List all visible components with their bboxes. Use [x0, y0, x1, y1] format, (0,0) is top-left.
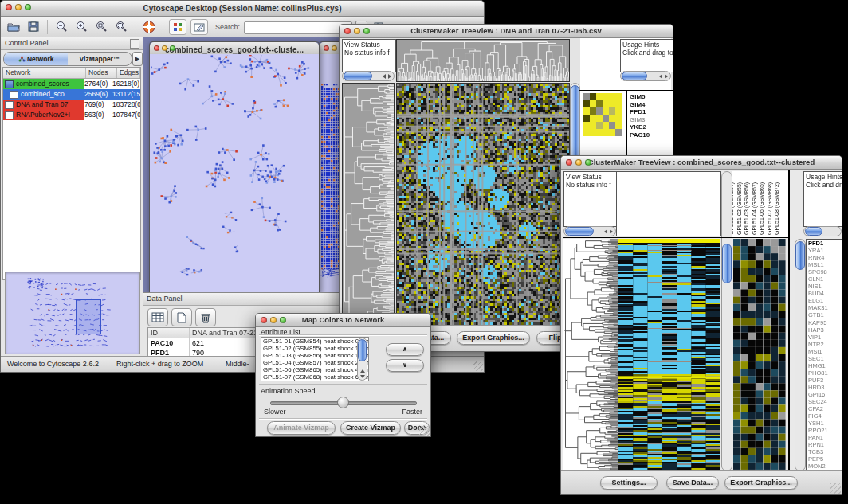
gene-label[interactable]: YSH1	[807, 420, 842, 427]
move-down-button[interactable]: ∨	[386, 359, 424, 372]
minimize-button[interactable]	[162, 45, 167, 51]
gene-label[interactable]: SEC24	[807, 398, 842, 405]
main-titlebar[interactable]: Cytoscape Desktop (Session Name: collins…	[1, 1, 484, 17]
gene-label[interactable]: PAN1	[807, 434, 842, 441]
resize-grip[interactable]	[419, 425, 430, 436]
gene-label[interactable]: RNR4	[807, 254, 842, 261]
save-icon[interactable]	[26, 20, 41, 34]
tab-network[interactable]: Network	[4, 53, 68, 65]
network-view-1[interactable]	[150, 54, 319, 292]
gene-label[interactable]: GPI16	[807, 391, 842, 398]
attribute-list-item[interactable]: GPL51-07 (GSM868) heat shock 60 min	[261, 373, 368, 381]
zoom-button[interactable]	[25, 4, 31, 10]
col-nodes[interactable]: Nodes	[86, 68, 117, 78]
gene-label[interactable]: RPO21	[807, 427, 842, 434]
gene-label[interactable]: MSL1	[807, 261, 842, 268]
global-heatmap[interactable]	[396, 83, 570, 327]
zoom-heatmap[interactable]	[733, 239, 786, 470]
gene-label[interactable]: FIG4	[807, 412, 842, 420]
close-button[interactable]	[344, 28, 351, 34]
gene-label[interactable]: SEC1	[807, 355, 842, 362]
column-label[interactable]: GPL51-02 (GSM855)	[736, 182, 742, 235]
gene-list[interactable]: PFD1YRA1RNR4MSL1SPC98CLN1NIS1BUD4ELG1MAK…	[806, 239, 842, 471]
network-list-item[interactable]: RNAPuberNov2+I563(0)107847(0)	[3, 110, 140, 120]
annotation-icon[interactable]	[190, 19, 208, 35]
search-input[interactable]	[244, 21, 352, 34]
export-graphics-button[interactable]: Export Graphics...	[724, 476, 798, 490]
attribute-list[interactable]: GPL51-01 (GSM854) heat shock 05 minGPL51…	[261, 337, 369, 381]
gene-label[interactable]: VIP1	[807, 334, 842, 341]
attribute-list-vscrollbar[interactable]	[357, 338, 367, 381]
gene-label[interactable]: GTB1	[807, 311, 842, 318]
attribute-list-item[interactable]: GPL51-02 (GSM855) heat shock 10 min	[261, 345, 368, 352]
usage-hints-hscrollbar[interactable]	[803, 226, 842, 236]
gene-label[interactable]: PHO81	[807, 369, 842, 377]
birdseye-viewport-rect[interactable]	[76, 299, 101, 334]
treeview1-titlebar[interactable]: ClusterMaker TreeView : DNA and Tran 07-…	[340, 25, 673, 38]
column-label[interactable]: GPL51-06 (GSM865)	[759, 182, 764, 235]
minimize-button[interactable]	[15, 4, 22, 10]
gene-label[interactable]: MAK31	[807, 304, 842, 311]
column-label[interactable]: GPL51-08 (GSM872)	[774, 182, 779, 235]
usage-hints-hscrollbar[interactable]	[620, 71, 671, 81]
gene-label[interactable]: NTR2	[807, 341, 842, 348]
matrix-gene-label[interactable]: YKE2	[630, 123, 671, 131]
dialog-titlebar[interactable]: Map Colors to Network	[256, 314, 430, 327]
correlation-matrix[interactable]	[583, 93, 622, 136]
network-list-item[interactable]: combined_sco2569(6)13112(15)	[3, 89, 140, 100]
matrix-gene-label[interactable]: GIM3	[630, 116, 671, 124]
animate-vizmap-button[interactable]: Animate Vizmap	[267, 421, 336, 435]
network-list-item[interactable]: combined_scores2764(0)16218(0)	[3, 79, 140, 89]
tab-vizmapper[interactable]: VizMapper™	[68, 53, 132, 65]
gene-label[interactable]: BUD4	[807, 290, 842, 297]
open-file-icon[interactable]	[6, 20, 22, 34]
zoom-selected-icon[interactable]	[93, 20, 109, 34]
row-dendrogram[interactable]	[563, 239, 618, 470]
gene-label[interactable]: RPN1	[807, 441, 842, 448]
gene-label[interactable]: SPC98	[807, 268, 842, 275]
matrix-gene-label[interactable]: PAC10	[630, 131, 671, 139]
settings-button[interactable]: Settings...	[600, 476, 658, 490]
gene-label[interactable]: NIS1	[807, 283, 842, 290]
gene-label[interactable]: CLN1	[807, 275, 842, 283]
column-label[interactable]: GPL51-03 (GSM856)	[744, 182, 749, 235]
attribute-list-item[interactable]: GPL51-03 (GSM856) heat shock 15 min	[261, 352, 368, 359]
delete-attribute-icon[interactable]	[195, 308, 216, 326]
gene-label[interactable]: HAP3	[807, 326, 842, 334]
network-list-item[interactable]: DNA and Tran 07769(0)183728(0)	[3, 100, 140, 110]
save-data-button[interactable]: Save Data...	[666, 476, 719, 490]
help-lifesaver-icon[interactable]	[141, 20, 157, 34]
tabs-overflow-button[interactable]: ▶	[132, 52, 143, 66]
create-vizmap-button[interactable]: Create Vizmap	[340, 421, 401, 435]
slider-thumb[interactable]	[337, 397, 349, 408]
float-panel-icon[interactable]	[130, 39, 139, 49]
matrix-gene-label[interactable]: PFD1	[630, 108, 671, 116]
export-graphics-button[interactable]: Export Graphics...	[457, 331, 530, 345]
matrix-gene-label[interactable]: GIM5	[630, 93, 671, 101]
gene-list-vscrollbar[interactable]	[795, 239, 806, 471]
minimize-button[interactable]	[270, 317, 277, 323]
close-button[interactable]	[6, 4, 12, 10]
gene-label[interactable]: HMG1	[807, 362, 842, 369]
view-status-hscrollbar[interactable]	[563, 226, 616, 236]
zoom-button[interactable]	[170, 45, 175, 51]
attribute-list-item[interactable]: GPL51-01 (GSM854) heat shock 05 min	[261, 338, 368, 345]
view-status-hscrollbar[interactable]	[342, 71, 395, 81]
vizmap-grid-icon[interactable]	[169, 19, 186, 35]
zoom-in-icon[interactable]	[73, 20, 89, 34]
gene-label[interactable]: PFD1	[807, 240, 842, 247]
zoom-button[interactable]	[280, 317, 286, 323]
main-heatmap-vscrollbar[interactable]	[721, 171, 732, 471]
main-heatmap[interactable]	[618, 239, 720, 470]
close-button[interactable]	[324, 45, 329, 51]
gene-label[interactable]: MSI1	[807, 348, 842, 355]
gene-label[interactable]: CPA2	[807, 405, 842, 412]
move-up-button[interactable]: ∧	[386, 343, 424, 356]
minimize-button[interactable]	[575, 159, 582, 166]
minimize-button[interactable]	[332, 45, 337, 51]
column-label[interactable]: GPL51-07 (GSM868)	[767, 182, 772, 235]
gene-label[interactable]: YRA1	[807, 247, 842, 254]
resize-grip[interactable]	[830, 483, 841, 494]
birdseye-view[interactable]	[5, 272, 140, 354]
column-label[interactable]: GPL51-04 (GSM857)	[752, 182, 757, 235]
